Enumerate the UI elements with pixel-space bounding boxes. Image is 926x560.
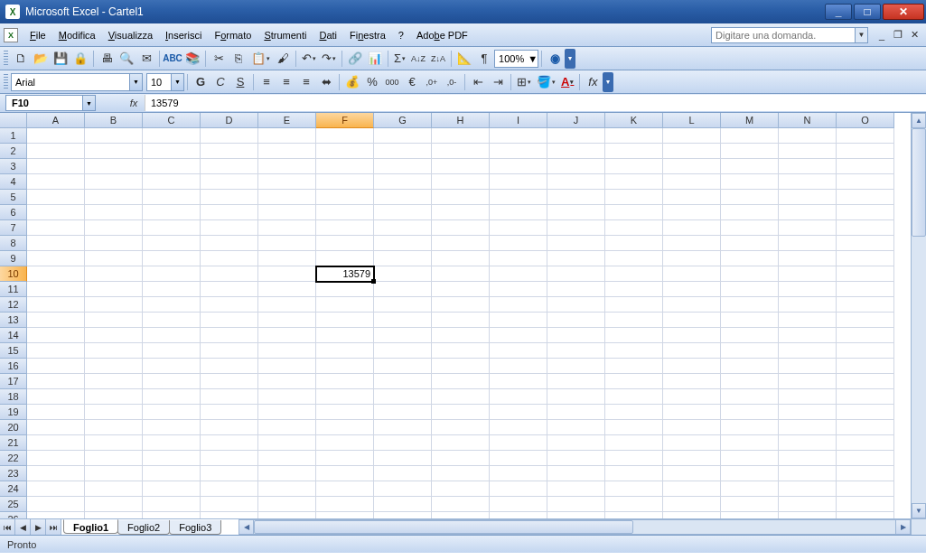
row-header-18[interactable]: 18	[0, 389, 27, 405]
email-button[interactable]: ✉	[136, 49, 156, 69]
cell-h20[interactable]	[432, 420, 490, 435]
insert-function-button[interactable]: fx	[583, 72, 603, 92]
cell-h14[interactable]	[432, 328, 490, 343]
cell-g21[interactable]	[374, 435, 432, 451]
menu-modifica[interactable]: Modifica	[52, 27, 102, 43]
paste-button[interactable]: 📋▾	[248, 49, 273, 69]
cell-k11[interactable]	[605, 282, 663, 297]
cell-e16[interactable]	[258, 359, 316, 374]
cell-h22[interactable]	[432, 451, 490, 466]
cell-n21[interactable]	[779, 435, 837, 451]
cell-o8[interactable]	[837, 236, 894, 251]
menu-formato[interactable]: Formato	[208, 27, 257, 43]
cell-o26[interactable]	[837, 512, 894, 518]
cell-j17[interactable]	[547, 374, 605, 389]
cell-c1[interactable]	[143, 128, 201, 144]
row-header-11[interactable]: 11	[0, 282, 27, 297]
cell-e19[interactable]	[258, 405, 316, 420]
cell-h25[interactable]	[432, 497, 490, 512]
cell-k21[interactable]	[605, 435, 663, 451]
cell-d20[interactable]	[201, 420, 258, 435]
scroll-up-button[interactable]: ▲	[912, 113, 926, 128]
cell-a6[interactable]	[27, 205, 85, 220]
sheet-tab-foglio3[interactable]: Foglio3	[169, 520, 221, 535]
row-header-2[interactable]: 2	[0, 144, 27, 159]
cell-j19[interactable]	[547, 405, 605, 420]
cell-f21[interactable]	[316, 435, 374, 451]
cell-a1[interactable]	[27, 128, 85, 144]
cell-f22[interactable]	[316, 451, 374, 466]
doc-restore-button[interactable]: ❐	[891, 28, 905, 42]
scroll-thumb[interactable]	[254, 520, 633, 534]
cell-b10[interactable]	[85, 266, 143, 282]
cell-n1[interactable]	[779, 128, 837, 144]
name-box[interactable]: F10 ▼	[5, 95, 96, 111]
cell-c20[interactable]	[143, 420, 201, 435]
cell-o18[interactable]	[837, 389, 894, 405]
cell-i16[interactable]	[490, 359, 547, 374]
cell-m15[interactable]	[721, 343, 779, 359]
row-header-17[interactable]: 17	[0, 374, 27, 389]
cell-j8[interactable]	[547, 236, 605, 251]
row-header-16[interactable]: 16	[0, 359, 27, 374]
column-header-l[interactable]: L	[663, 113, 721, 128]
align-right-button[interactable]: ≡	[296, 72, 316, 92]
cell-n5[interactable]	[779, 190, 837, 205]
cell-n22[interactable]	[779, 451, 837, 466]
cell-i13[interactable]	[490, 313, 547, 328]
cell-k9[interactable]	[605, 251, 663, 266]
comma-button[interactable]: 000	[382, 72, 402, 92]
cell-j20[interactable]	[547, 420, 605, 435]
cell-b25[interactable]	[85, 497, 143, 512]
cell-e11[interactable]	[258, 282, 316, 297]
cell-o21[interactable]	[837, 435, 894, 451]
cell-f7[interactable]	[316, 220, 374, 236]
euro-button[interactable]: €	[402, 72, 422, 92]
cell-k8[interactable]	[605, 236, 663, 251]
column-header-n[interactable]: N	[779, 113, 837, 128]
cell-o19[interactable]	[837, 405, 894, 420]
cell-c12[interactable]	[143, 297, 201, 313]
column-header-i[interactable]: I	[490, 113, 547, 128]
column-header-j[interactable]: J	[547, 113, 605, 128]
cell-j14[interactable]	[547, 328, 605, 343]
cell-n14[interactable]	[779, 328, 837, 343]
cell-l6[interactable]	[663, 205, 721, 220]
cell-j4[interactable]	[547, 174, 605, 190]
scroll-left-button[interactable]: ◀	[239, 519, 254, 535]
cell-e5[interactable]	[258, 190, 316, 205]
cell-c7[interactable]	[143, 220, 201, 236]
cell-n12[interactable]	[779, 297, 837, 313]
cell-a8[interactable]	[27, 236, 85, 251]
undo-button[interactable]: ↶▾	[299, 49, 319, 69]
sort-asc-button[interactable]: A↓Z	[408, 49, 428, 69]
cell-o10[interactable]	[837, 266, 894, 282]
cell-l2[interactable]	[663, 144, 721, 159]
column-header-o[interactable]: O	[837, 113, 894, 128]
cell-f1[interactable]	[316, 128, 374, 144]
cell-a17[interactable]	[27, 374, 85, 389]
cell-n4[interactable]	[779, 174, 837, 190]
cell-k23[interactable]	[605, 466, 663, 481]
close-button[interactable]: ✕	[883, 4, 924, 20]
cell-j6[interactable]	[547, 205, 605, 220]
cell-o17[interactable]	[837, 374, 894, 389]
percent-button[interactable]: %	[362, 72, 382, 92]
cell-l18[interactable]	[663, 389, 721, 405]
cell-o25[interactable]	[837, 497, 894, 512]
cell-l11[interactable]	[663, 282, 721, 297]
cell-a3[interactable]	[27, 159, 85, 174]
cell-o16[interactable]	[837, 359, 894, 374]
cell-k20[interactable]	[605, 420, 663, 435]
cell-a10[interactable]	[27, 266, 85, 282]
cell-g17[interactable]	[374, 374, 432, 389]
cell-m6[interactable]	[721, 205, 779, 220]
zoom-combo[interactable]: 100%▼	[494, 50, 538, 68]
cell-m12[interactable]	[721, 297, 779, 313]
cell-c24[interactable]	[143, 481, 201, 497]
cell-o1[interactable]	[837, 128, 894, 144]
print-button[interactable]: 🖶	[97, 49, 117, 69]
cell-o4[interactable]	[837, 174, 894, 190]
cell-i17[interactable]	[490, 374, 547, 389]
menu-finestra[interactable]: Finestra	[343, 27, 392, 43]
